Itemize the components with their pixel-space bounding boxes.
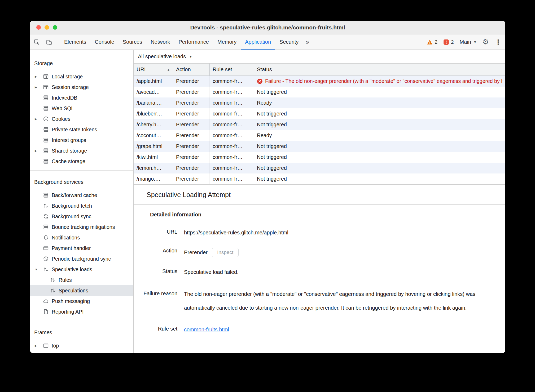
sidebar-item-label: Speculative loads bbox=[52, 266, 92, 273]
up-down-arrows-icon bbox=[43, 266, 49, 273]
issues-badge[interactable]: 2 bbox=[443, 39, 454, 45]
sidebar-item-top[interactable]: ▶top bbox=[30, 340, 133, 351]
chevron-right-icon[interactable]: ▶ bbox=[35, 149, 43, 153]
sidebar-item-local-storage[interactable]: ▶Local storage bbox=[30, 71, 133, 82]
cell-url: /banana.… bbox=[134, 97, 173, 108]
sidebar-item-web-sql[interactable]: Web SQL bbox=[30, 103, 133, 114]
sidebar-item-speculations[interactable]: Speculations bbox=[30, 285, 133, 296]
table-row-coconut[interactable]: /coconut…Prerendercommon-fr…Ready bbox=[134, 130, 505, 141]
column-header-url[interactable]: URL▲ bbox=[134, 64, 173, 75]
cell-status: Ready bbox=[254, 130, 505, 141]
sidebar-item-shared-storage[interactable]: ▶Shared storage bbox=[30, 145, 133, 156]
table-row-banana[interactable]: /banana.…Prerendercommon-fr…Ready bbox=[134, 97, 505, 108]
tab-sources[interactable]: Sources bbox=[119, 34, 146, 50]
minimize-window-button[interactable] bbox=[45, 25, 49, 30]
cell-action: Prerender bbox=[173, 76, 210, 87]
chevron-right-icon[interactable]: ▶ bbox=[35, 75, 43, 78]
rule-set-link[interactable]: common-fruits.html bbox=[184, 327, 229, 332]
warnings-badge[interactable]: 2 bbox=[427, 39, 437, 45]
database-icon bbox=[43, 224, 49, 230]
inspect-button[interactable]: Inspect bbox=[212, 248, 239, 257]
table-row-blueberr[interactable]: /blueberr…Prerendercommon-fr…Not trigger… bbox=[134, 108, 505, 119]
sidebar-item-background-fetch[interactable]: Background fetch bbox=[30, 201, 133, 211]
chevron-right-icon[interactable]: ▶ bbox=[35, 117, 43, 121]
cell-status: Not triggered bbox=[254, 119, 505, 130]
column-header-rule-set[interactable]: Rule set bbox=[210, 64, 254, 75]
sidebar-item-label: Interest groups bbox=[52, 137, 86, 143]
sidebar-item-interest-groups[interactable]: Interest groups bbox=[30, 135, 133, 145]
close-window-button[interactable] bbox=[36, 25, 41, 30]
cell-status: Not triggered bbox=[254, 152, 505, 163]
execution-context-label: Main bbox=[460, 39, 471, 45]
application-sidebar: Storage▶Local storage▶Session storageInd… bbox=[30, 50, 134, 353]
tab-console[interactable]: Console bbox=[90, 34, 118, 50]
warning-triangle-icon bbox=[427, 39, 433, 45]
tab-memory[interactable]: Memory bbox=[213, 34, 241, 50]
sidebar-item-background-sync[interactable]: Background sync bbox=[30, 211, 133, 222]
kebab-menu-icon[interactable]: ⋮ bbox=[495, 39, 502, 46]
cloud-icon bbox=[43, 298, 49, 304]
table-row-kiwi-html[interactable]: /kiwi.htmlPrerendercommon-fr…Not trigger… bbox=[134, 152, 505, 163]
column-header-status[interactable]: Status bbox=[254, 64, 505, 75]
tab-network[interactable]: Network bbox=[146, 34, 174, 50]
sidebar-item-cookies[interactable]: ▶Cookies bbox=[30, 114, 133, 124]
table-row-cherry-h[interactable]: /cherry.h…Prerendercommon-fr…Not trigger… bbox=[134, 119, 505, 130]
zoom-window-button[interactable] bbox=[53, 25, 57, 30]
sidebar-item-label: Private state tokens bbox=[52, 127, 97, 133]
chevron-right-icon[interactable]: ▶ bbox=[35, 344, 43, 348]
sidebar-item-push-messaging[interactable]: Push messaging bbox=[30, 296, 133, 306]
table-row-mango[interactable]: /mango.…Prerendercommon-fr…Not triggered bbox=[134, 173, 505, 184]
cell-rule-set: common-fr… bbox=[210, 173, 254, 184]
cell-rule-set: common-fr… bbox=[210, 108, 254, 119]
sidebar-item-private-state-tokens[interactable]: Private state tokens bbox=[30, 124, 133, 135]
sidebar-item-payment-handler[interactable]: Payment handler bbox=[30, 243, 133, 253]
tab-performance[interactable]: Performance bbox=[174, 34, 213, 50]
detail-row-url: URL https://speculative-rules.glitch.me/… bbox=[134, 229, 493, 237]
column-label: Rule set bbox=[213, 66, 232, 73]
sidebar-item-indexeddb[interactable]: IndexedDB bbox=[30, 92, 133, 103]
status-label: Status bbox=[134, 268, 177, 274]
toggle-device-toolbar-button[interactable] bbox=[44, 34, 56, 50]
sidebar-item-session-storage[interactable]: ▶Session storage bbox=[30, 82, 133, 92]
sidebar-item-label: Web SQL bbox=[52, 105, 74, 112]
sidebar-item-back-forward-cache[interactable]: Back/forward cache bbox=[30, 190, 133, 201]
speculative-loads-filter[interactable]: All speculative loads bbox=[138, 54, 186, 60]
database-icon bbox=[43, 126, 49, 133]
tab-security[interactable]: Security bbox=[275, 34, 303, 50]
tab-application[interactable]: Application bbox=[241, 34, 275, 50]
table-row-apple-html[interactable]: /apple.htmlPrerendercommon-fr…Failure - … bbox=[134, 76, 505, 87]
table-row-lemon-h[interactable]: /lemon.h…Prerendercommon-fr…Not triggere… bbox=[134, 163, 505, 173]
table-body: /apple.htmlPrerendercommon-fr…Failure - … bbox=[134, 76, 505, 184]
sidebar-item-rules[interactable]: Rules bbox=[30, 275, 133, 285]
cookie-icon bbox=[43, 116, 49, 122]
cell-url: /cherry.h… bbox=[134, 119, 173, 130]
table-row-grape-html[interactable]: /grape.htmlPrerendercommon-fr…Not trigge… bbox=[134, 141, 505, 152]
cell-status: Failure - The old non-eager prerender (w… bbox=[254, 76, 505, 87]
chevron-down-icon[interactable]: ▼ bbox=[189, 55, 192, 59]
cell-rule-set: common-fr… bbox=[210, 163, 254, 173]
sidebar-item-label: top bbox=[52, 343, 59, 349]
cell-rule-set: common-fr… bbox=[210, 152, 254, 163]
details-pane: Speculative Loading Attempt Detailed inf… bbox=[134, 185, 505, 353]
chevron-down-icon[interactable]: ▼ bbox=[35, 268, 43, 271]
table-row-avocad[interactable]: /avocad…Prerendercommon-fr…Not triggered bbox=[134, 87, 505, 97]
sidebar-item-periodic-background-sync[interactable]: Periodic background sync bbox=[30, 253, 133, 264]
cell-action: Prerender bbox=[173, 87, 210, 97]
execution-context-selector[interactable]: Main ▼ bbox=[460, 39, 477, 45]
sidebar-item-bounce-tracking-mitigations[interactable]: Bounce tracking mitigations bbox=[30, 222, 133, 232]
tab-elements[interactable]: Elements bbox=[60, 34, 90, 50]
inspect-element-button[interactable] bbox=[32, 34, 44, 50]
sidebar-item-reporting-api[interactable]: Reporting API bbox=[30, 306, 133, 317]
chevron-right-icon[interactable]: ▶ bbox=[35, 86, 43, 89]
more-tabs-button[interactable]: » bbox=[303, 34, 312, 50]
details-body: Detailed information URL https://specula… bbox=[134, 205, 505, 353]
sidebar-item-speculative-loads[interactable]: ▼Speculative loads bbox=[30, 264, 133, 275]
sidebar-section-storage: Storage▶Local storage▶Session storageInd… bbox=[30, 52, 133, 167]
sidebar-item-cache-storage[interactable]: Cache storage bbox=[30, 156, 133, 167]
document-icon bbox=[43, 309, 49, 315]
cell-status: Not triggered bbox=[254, 163, 505, 173]
column-header-action[interactable]: Action bbox=[173, 64, 210, 75]
cell-action: Prerender bbox=[173, 130, 210, 141]
sidebar-item-notifications[interactable]: Notifications bbox=[30, 232, 133, 243]
settings-gear-icon[interactable]: ⚙ bbox=[483, 38, 489, 46]
